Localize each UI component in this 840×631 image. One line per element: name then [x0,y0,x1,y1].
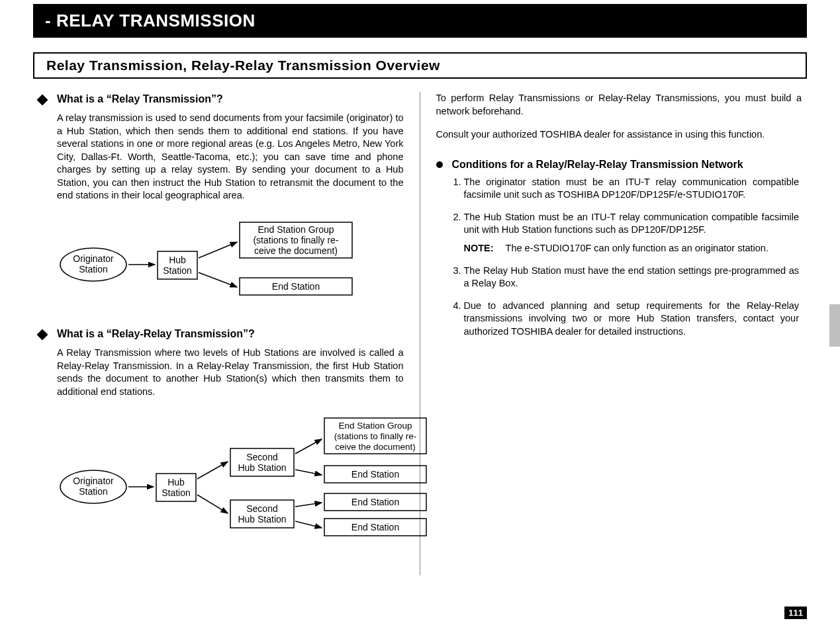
d1-endgroup-l3: ceive the document) [254,245,338,256]
d1-hub-l1: Hub [169,255,186,265]
side-tab [829,304,840,347]
note-text: The e-STUDIO170F can only function as an… [506,242,769,255]
d2-hub-l1: Hub [167,477,185,487]
d2-endgroup-l2: (stations to finally re- [334,431,417,441]
diagram-relay-relay: Originator Station Hub Station Second Hu… [57,414,404,549]
svg-line-14 [295,439,322,454]
svg-line-11 [197,495,228,513]
section-1-title: What is a “Relay Transmission”? [57,93,223,105]
right-column: To perform Relay Transmissions or Relay-… [420,92,808,575]
condition-4: Due to advanced planning and setup requi… [464,300,802,339]
right-intro-1: To perform Relay Transmissions or Relay-… [436,92,802,118]
svg-line-4 [199,273,237,287]
page-number: 111 [784,607,807,619]
d2-second2-l1: Second [246,503,277,514]
d1-endstation: End Station [272,281,320,292]
right-intro-2: Consult your authorized TOSHIBA dealer f… [436,128,802,142]
note-label: NOTE: [464,242,494,255]
section-2-body: A Relay Transmission where two levels of… [57,347,404,398]
bullet-icon [436,161,443,168]
d1-endgroup-l1: End Station Group [257,224,334,235]
d2-originator-l1: Originator [73,476,114,486]
d1-hub-l2: Station [163,265,192,276]
condition-2-text: The Hub Station must be an ITU-T relay c… [464,212,800,235]
svg-line-16 [295,503,322,507]
d2-second1-l2: Hub Station [238,462,286,473]
section-1-body: A relay transmission is used to send doc… [57,112,404,202]
condition-3: The Relay Hub Station must have the end … [464,265,802,290]
diamond-icon [37,329,48,340]
svg-line-15 [295,470,322,475]
subtitle-bar: Relay Transmission, Relay-Relay Transmis… [33,52,807,79]
d2-originator-l2: Station [79,486,108,497]
section-1-header: What is a “Relay Transmission”? [38,92,404,105]
d2-second2-l2: Hub Station [238,514,286,525]
d2-second1-l1: Second [246,452,277,462]
conditions-title: Conditions for a Relay/Relay-Relay Trans… [452,159,743,171]
d2-endgroup-l3: ceive the document) [335,442,416,452]
d2-endgroup-l1: End Station Group [338,421,412,431]
conditions-header: Conditions for a Relay/Relay-Relay Trans… [436,159,802,171]
d2-hub-l2: Station [162,487,191,498]
svg-line-17 [295,521,322,528]
title-bar: - RELAY TRANSMISSION [33,4,807,38]
condition-2-note: NOTE: The e-STUDIO170F can only function… [464,242,800,255]
d2-endstation-1: End Station [351,469,399,480]
section-2-header: What is a “Relay-Relay Transmission”? [38,327,404,340]
diagram-relay: Originator Station Hub Station End Stati… [57,218,404,300]
conditions-list: The originator station must be an ITU-T … [464,176,802,339]
section-2-title: What is a “Relay-Relay Transmission”? [57,328,255,340]
d2-endstation-3: End Station [351,522,399,532]
d1-endgroup-l2: (stations to finally re- [253,235,338,245]
d1-originator-l1: Originator [73,253,114,264]
condition-1: The originator station must be an ITU-T … [464,176,802,202]
d2-endstation-2: End Station [351,497,399,507]
d1-originator-l2: Station [79,264,108,274]
left-column: What is a “Relay Transmission”? A relay … [33,92,420,575]
svg-line-3 [199,242,237,258]
condition-2: The Hub Station must be an ITU-T relay c… [464,211,802,255]
diamond-icon [37,95,48,106]
content-columns: What is a “Relay Transmission”? A relay … [33,92,807,575]
svg-line-10 [197,462,228,479]
